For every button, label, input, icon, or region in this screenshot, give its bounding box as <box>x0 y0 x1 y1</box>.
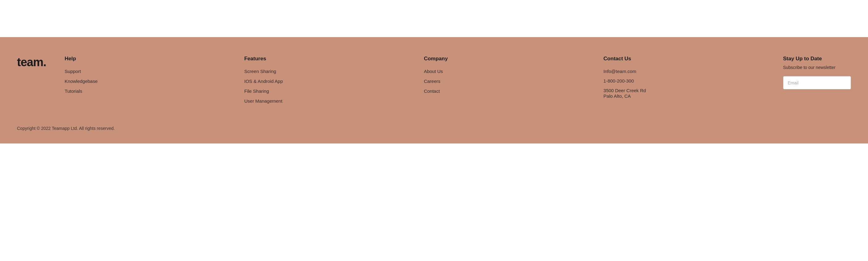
company-link-contact[interactable]: Contact <box>424 88 440 94</box>
contact-col-title: Contact Us <box>603 56 783 62</box>
arrow-right-icon: → <box>850 80 851 86</box>
list-item: About Us <box>424 69 603 74</box>
list-item: File Sharing <box>244 88 424 94</box>
contact-address-line2: Palo Alto, CA <box>603 93 631 99</box>
help-links-list: Support Knowledgebase Tutorials <box>65 69 244 94</box>
footer-main: team. Help Support Knowledgebase Tutoria… <box>17 56 851 104</box>
features-link-file-sharing[interactable]: File Sharing <box>244 88 269 94</box>
features-col-title: Features <box>244 56 424 62</box>
list-item: Screen Sharing <box>244 69 424 74</box>
help-link-knowledgebase[interactable]: Knowledgebase <box>65 79 98 84</box>
contact-address: 3500 Deer Creek Rd Palo Alto, CA <box>603 88 783 99</box>
company-col-title: Company <box>424 56 603 62</box>
company-link-about[interactable]: About Us <box>424 69 443 74</box>
company-links-list: About Us Careers Contact <box>424 69 603 94</box>
features-link-user-management[interactable]: User Management <box>244 98 282 104</box>
features-link-screen-sharing[interactable]: Screen Sharing <box>244 69 276 74</box>
footer-col-features: Features Screen Sharing IOS & Android Ap… <box>244 56 424 104</box>
newsletter-submit-button[interactable]: → <box>846 77 851 89</box>
list-item: Contact <box>424 88 603 94</box>
list-item: IOS & Android App <box>244 79 424 84</box>
footer-col-help: Help Support Knowledgebase Tutorials <box>65 56 244 104</box>
copyright-text: Copyright © 2022 Teamapp Ltd. All rights… <box>17 126 115 131</box>
footer-col-newsletter: Stay Up to Date Subscribe to our newslet… <box>783 56 851 104</box>
help-link-tutorials[interactable]: Tutorials <box>65 88 82 94</box>
help-link-support[interactable]: Support <box>65 69 81 74</box>
newsletter-title: Stay Up to Date <box>783 56 851 62</box>
company-link-careers[interactable]: Careers <box>424 79 440 84</box>
list-item: Support <box>65 69 244 74</box>
footer-logo: team. <box>17 56 46 104</box>
email-form: → <box>783 76 851 89</box>
list-item: User Management <box>244 98 424 104</box>
contact-phone: 1-800-200-300 <box>603 78 783 84</box>
logo-text: team. <box>17 56 46 69</box>
list-item: Knowledgebase <box>65 79 244 84</box>
contact-email: Info@team.com <box>603 69 783 74</box>
contact-address-line1: 3500 Deer Creek Rd <box>603 88 646 93</box>
features-link-ios-android[interactable]: IOS & Android App <box>244 79 283 84</box>
list-item: Careers <box>424 79 603 84</box>
footer-col-contact: Contact Us Info@team.com 1-800-200-300 3… <box>603 56 783 104</box>
contact-info: Info@team.com 1-800-200-300 3500 Deer Cr… <box>603 69 783 99</box>
footer-col-company: Company About Us Careers Contact <box>424 56 603 104</box>
newsletter-subtitle: Subscribe to our newsletter <box>783 65 851 70</box>
top-white-section <box>0 0 868 37</box>
footer: team. Help Support Knowledgebase Tutoria… <box>0 37 868 144</box>
list-item: Tutorials <box>65 88 244 94</box>
help-col-title: Help <box>65 56 244 62</box>
footer-bottom: Copyright © 2022 Teamapp Ltd. All rights… <box>17 122 851 131</box>
email-input[interactable] <box>783 77 846 89</box>
features-links-list: Screen Sharing IOS & Android App File Sh… <box>244 69 424 104</box>
